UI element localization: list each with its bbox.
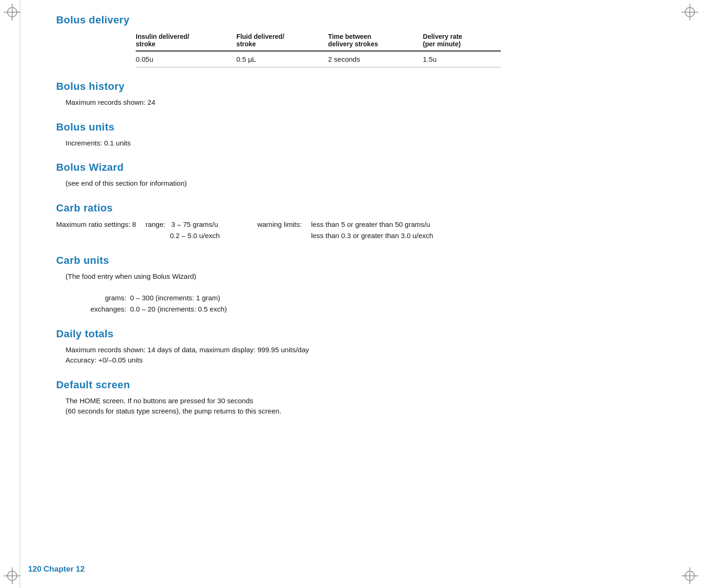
- carb-ratios-row: Maximum ratio settings: 8 range: 3 – 75 …: [56, 219, 646, 241]
- section-carb-units: Carb units (The food entry when using Bo…: [56, 254, 646, 315]
- carb-ratios-warning-line2: less than 0.3 or greater than 3.0 u/exch: [311, 232, 433, 240]
- section-bolus-delivery: Bolus delivery Insulin delivered/stroke …: [56, 14, 646, 67]
- carb-units-grams-label: grams:: [89, 292, 126, 304]
- daily-totals-heading: Daily totals: [56, 328, 646, 340]
- carb-ratios-range: range: 3 – 75 grams/u 0.2 – 5.0 u/exch: [146, 219, 220, 241]
- corner-mark-br: [681, 567, 698, 584]
- bolus-units-text: Increments: 0.1 units: [66, 139, 131, 147]
- carb-units-intro: (The food entry when using Bolus Wizard): [66, 271, 646, 282]
- corner-mark-tr: [681, 4, 698, 21]
- default-screen-line1: The HOME screen. If no buttons are press…: [66, 396, 646, 407]
- bolus-units-heading: Bolus units: [56, 121, 646, 133]
- col-time: Time betweendelivery strokes: [328, 31, 423, 51]
- col-rate: Delivery rate(per minute): [423, 31, 501, 51]
- corner-mark-tl: [4, 4, 21, 21]
- left-margin-line: [20, 0, 20, 588]
- carb-units-grams-item: grams: 0 – 300 (increments: 1 gram): [89, 292, 646, 304]
- bolus-wizard-heading: Bolus Wizard: [56, 161, 646, 174]
- bolus-wizard-text: (see end of this section for information…: [66, 179, 187, 187]
- daily-totals-line2: Accuracy: +0/–0.05 units: [66, 355, 646, 366]
- section-default-screen: Default screen The HOME screen. If no bu…: [56, 379, 646, 417]
- section-bolus-units: Bolus units Increments: 0.1 units: [56, 121, 646, 149]
- bolus-history-body: Maximum records shown: 24: [56, 97, 646, 108]
- page-footer: 120 Chapter 12: [28, 565, 85, 574]
- cell-rate: 1.5u: [423, 51, 501, 67]
- col-insulin: Insulin delivered/stroke: [136, 31, 236, 51]
- bolus-history-text: Maximum records shown: 24: [66, 98, 155, 106]
- carb-ratios-warning-values: less than 5 or greater than 50 grams/u l…: [311, 219, 433, 241]
- daily-totals-body: Maximum records shown: 14 days of data, …: [56, 345, 646, 366]
- carb-units-body: (The food entry when using Bolus Wizard)…: [56, 271, 646, 315]
- carb-ratios-heading: Carb ratios: [56, 202, 646, 214]
- cell-time: 2 seconds: [328, 51, 423, 67]
- section-daily-totals: Daily totals Maximum records shown: 14 d…: [56, 328, 646, 366]
- carb-ratios-range-line2: 0.2 – 5.0 u/exch: [146, 232, 220, 240]
- carb-units-heading: Carb units: [56, 254, 646, 267]
- carb-ratios-warning-line1: less than 5 or greater than 50 grams/u: [311, 220, 430, 228]
- carb-ratios-range-label: range:: [146, 220, 166, 228]
- bolus-history-heading: Bolus history: [56, 80, 646, 93]
- carb-ratios-max-label: Maximum ratio settings: 8: [56, 219, 136, 230]
- section-bolus-history: Bolus history Maximum records shown: 24: [56, 80, 646, 108]
- table-header-row: Insulin delivered/stroke Fluid delivered…: [136, 31, 501, 51]
- carb-ratios-range-line1: 3 – 75 grams/u: [171, 220, 218, 228]
- main-content: Bolus delivery Insulin delivered/stroke …: [56, 14, 646, 417]
- default-screen-line2: (60 seconds for status type screens), th…: [66, 406, 646, 417]
- bolus-delivery-heading: Bolus delivery: [56, 14, 646, 26]
- section-carb-ratios: Carb ratios Maximum ratio settings: 8 ra…: [56, 202, 646, 241]
- delivery-table: Insulin delivered/stroke Fluid delivered…: [136, 31, 501, 67]
- carb-units-exchanges-label: exchanges:: [89, 304, 126, 315]
- carb-units-exchanges-value: 0.0 – 20 (increments: 0.5 exch): [130, 304, 227, 315]
- bolus-units-body: Increments: 0.1 units: [56, 138, 646, 149]
- default-screen-body: The HOME screen. If no buttons are press…: [56, 396, 646, 417]
- carb-units-items: grams: 0 – 300 (increments: 1 gram) exch…: [66, 292, 646, 315]
- daily-totals-line1: Maximum records shown: 14 days of data, …: [66, 345, 646, 356]
- default-screen-heading: Default screen: [56, 379, 646, 391]
- page-container: Bolus delivery Insulin delivered/stroke …: [0, 0, 702, 588]
- corner-mark-bl: [4, 567, 21, 584]
- carb-units-grams-value: 0 – 300 (increments: 1 gram): [130, 292, 220, 304]
- col-fluid: Fluid delivered/stroke: [236, 31, 328, 51]
- section-bolus-wizard: Bolus Wizard (see end of this section fo…: [56, 161, 646, 189]
- bolus-wizard-body: (see end of this section for information…: [56, 178, 646, 189]
- cell-fluid: 0.5 µL: [236, 51, 328, 67]
- carb-units-exchanges-item: exchanges: 0.0 – 20 (increments: 0.5 exc…: [89, 304, 646, 315]
- carb-ratios-warning-label: warning limits:: [257, 219, 302, 230]
- cell-insulin: 0.05u: [136, 51, 236, 67]
- table-row: 0.05u 0.5 µL 2 seconds 1.5u: [136, 51, 501, 67]
